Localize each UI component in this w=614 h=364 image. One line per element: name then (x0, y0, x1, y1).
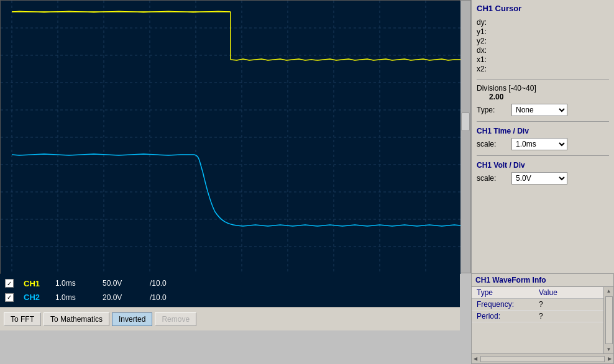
inverted-button[interactable]: Inverted (112, 312, 152, 326)
dx-row: dx: (477, 46, 609, 55)
panel-title: CH1 Cursor (477, 4, 609, 13)
x2-row: x2: (477, 65, 609, 73)
ch1-name: CH1 (24, 279, 45, 288)
ch2-name: CH2 (24, 293, 45, 302)
divider3 (477, 155, 609, 156)
wf-period-label: Period: (472, 311, 534, 322)
cursor-info: dy: y1: y2: dx: x1: (477, 18, 609, 73)
channel-info-bar: CH1 1.0ms 50.0V /10.0 CH2 1.0ms 20.0V /1… (0, 273, 460, 307)
volt-div-title: CH1 Volt / Div (477, 161, 609, 170)
wf-scroll-right-arrow[interactable]: ▶ (606, 355, 613, 363)
ch1-checkbox[interactable] (5, 279, 14, 288)
wf-freq-label: Frequency: (472, 299, 534, 310)
time-div-label: scale: (477, 140, 508, 148)
to-mathematics-button[interactable]: To Mathematics (44, 312, 109, 326)
time-div-title: CH1 Time / Div (477, 127, 609, 135)
wf-scroll-thumb[interactable] (605, 296, 613, 344)
ch2-checkbox[interactable] (5, 293, 14, 302)
y1-row: y1: (477, 27, 609, 36)
ch1-info-row: CH1 1.0ms 50.0V /10.0 (5, 279, 455, 288)
divisions-section: Divisions [-40~40] 2.00 (477, 84, 609, 101)
y1-label: y1: (477, 27, 492, 36)
wf-horizontal-scrollbar[interactable]: ◀ ▶ (472, 353, 613, 363)
waveform-table: Type Value Frequency: ? Period: ? (472, 287, 603, 353)
dx-label: dx: (477, 46, 492, 55)
y2-row: y2: (477, 37, 609, 45)
ch2-volt: 20.0V (103, 293, 140, 302)
time-div-select[interactable]: 1.0ms 2.0ms 5.0ms 0.5ms (511, 138, 567, 150)
wf-scroll-left-arrow[interactable]: ◀ (472, 355, 479, 363)
right-panel: CH1 Cursor dy: y1: y2: dx: (471, 0, 614, 273)
divisions-label: Divisions [-40~40] (477, 84, 609, 93)
volt-div-row: scale: 5.0V 2.0V 1.0V 10.0V (477, 172, 609, 184)
ch2-time: 1.0ms (55, 293, 93, 302)
wf-scroll-up-arrow[interactable]: ▲ (605, 287, 613, 295)
to-fft-button[interactable]: To FFT (4, 312, 41, 326)
scrollbar-thumb[interactable] (461, 112, 470, 131)
wf-row-frequency: Frequency: ? (472, 299, 603, 311)
wf-vertical-scrollbar[interactable]: ▲ ▼ (603, 287, 613, 353)
volt-div-label: scale: (477, 174, 508, 183)
ch1-volt: 50.0V (103, 279, 140, 288)
dy-row: dy: (477, 18, 609, 27)
oscilloscope-display: CH1 CH4 (0, 0, 460, 273)
button-bar: To FFT To Mathematics Inverted Remove (0, 307, 460, 330)
y2-label: y2: (477, 37, 492, 45)
wf-row-period: Period: ? (472, 311, 603, 322)
remove-button[interactable]: Remove (155, 312, 196, 326)
time-div-row: scale: 1.0ms 2.0ms 5.0ms 0.5ms (477, 138, 609, 150)
dy-label: dy: (477, 18, 492, 27)
wf-freq-value: ? (534, 299, 548, 310)
wf-period-value: ? (534, 311, 548, 322)
x1-row: x1: (477, 55, 609, 64)
type-row: Type: None Horizontal Vertical Cross (477, 104, 609, 116)
divisions-value: 2.00 (489, 93, 609, 101)
waveform-info-panel: CH1 WaveForm Info Type Value Frequency: … (471, 273, 614, 364)
x2-label: x2: (477, 65, 492, 73)
ch2-div: /10.0 (150, 293, 167, 302)
type-label: Type: (477, 106, 508, 114)
wf-col-type: Type (472, 287, 534, 298)
divider1 (477, 80, 609, 80)
scope-vertical-scrollbar[interactable] (460, 0, 471, 273)
wf-col-value: Value (534, 287, 562, 298)
wf-scroll-down-arrow[interactable]: ▼ (605, 345, 613, 353)
wf-scroll-h-thumb[interactable] (480, 356, 605, 362)
ch1-div: /10.0 (150, 279, 167, 288)
volt-div-select[interactable]: 5.0V 2.0V 1.0V 10.0V (511, 172, 567, 184)
type-select[interactable]: None Horizontal Vertical Cross (511, 104, 567, 116)
scope-svg (1, 1, 460, 274)
x1-label: x1: (477, 55, 492, 64)
waveform-info-title: CH1 WaveForm Info (472, 274, 613, 287)
ch2-info-row: CH2 1.0ms 20.0V /10.0 (5, 293, 455, 302)
divider2 (477, 121, 609, 122)
wf-header-row: Type Value (472, 287, 603, 299)
ch1-time: 1.0ms (55, 279, 93, 288)
